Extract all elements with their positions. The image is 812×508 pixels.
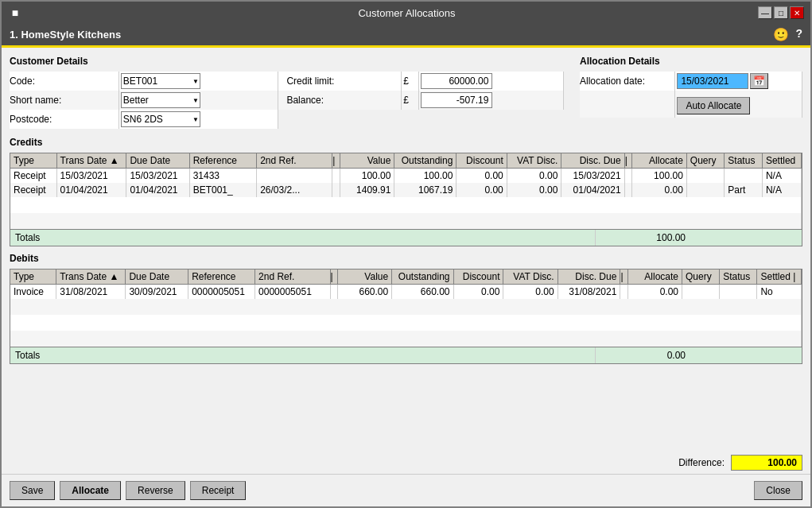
credits-r2-ref2: 26/03/2... <box>257 183 332 197</box>
smiley-icon[interactable]: 🙂 <box>773 27 789 42</box>
credits-empty-2-cell <box>10 213 802 229</box>
credits-r2-query <box>686 183 725 197</box>
minimize-button[interactable]: — <box>758 6 772 19</box>
credits-r2-value: 1409.91 <box>340 183 394 197</box>
credits-r1-settled: N/A <box>762 169 801 184</box>
debits-col-type: Type <box>10 270 56 285</box>
debits-col-trans[interactable]: Trans Date ▲ <box>56 270 126 285</box>
credits-col-2ndref: 2nd Ref. <box>257 153 332 169</box>
debits-r1-allocate: 0.00 <box>627 285 682 300</box>
top-section: Customer Details Code: BET001 Credit lim… <box>10 56 802 129</box>
code-select[interactable]: BET001 <box>121 73 200 89</box>
credits-r2-outstanding: 1067.19 <box>394 183 457 197</box>
credits-r2-discount: 0.00 <box>457 183 507 197</box>
difference-value: 100.00 <box>731 455 802 471</box>
receipt-button[interactable]: Receipt <box>190 481 247 500</box>
debits-empty-3-cell <box>10 331 802 347</box>
allocation-details-form: Allocation date: 📅 Auto Allocate <box>580 72 802 118</box>
auto-allocate-button[interactable]: Auto Allocate <box>677 97 750 114</box>
credits-r1-status <box>725 169 763 184</box>
calendar-button[interactable]: 📅 <box>750 73 768 89</box>
short-name-select-wrapper: Better <box>121 92 200 108</box>
title-bar: ■ Customer Allocations — □ ✕ <box>2 2 810 24</box>
reverse-button[interactable]: Reverse <box>126 481 185 500</box>
credits-col-vatdisc: VAT Disc. <box>507 153 561 169</box>
credits-totals-label: Totals <box>10 230 595 246</box>
debits-table-container: Type Trans Date ▲ Due Date Reference 2nd… <box>10 269 802 364</box>
alloc-date-label: Allocation date: <box>580 72 675 91</box>
help-icon[interactable]: ? <box>795 27 802 42</box>
maximize-button[interactable]: □ <box>774 6 788 19</box>
code-select-wrapper: BET001 <box>121 73 200 89</box>
allocation-details-title: Allocation Details <box>580 56 802 67</box>
credits-r2-status: Part <box>725 183 763 197</box>
debits-col-value: Value <box>337 270 391 285</box>
debits-header-row: Type Trans Date ▲ Due Date Reference 2nd… <box>10 270 802 285</box>
credits-row-2[interactable]: Receipt 01/04/2021 01/04/2021 BET001_ 26… <box>10 183 802 197</box>
credits-r1-discount: 0.00 <box>457 169 507 184</box>
alloc-date-input[interactable] <box>677 73 748 89</box>
postcode-select[interactable]: SN6 2DS <box>121 111 200 127</box>
customer-details-panel: Customer Details Code: BET001 Credit lim… <box>10 56 564 129</box>
window-close-button[interactable]: ✕ <box>790 6 804 19</box>
balance-input[interactable] <box>421 92 492 108</box>
debits-col-allocate: Allocate <box>627 270 682 285</box>
debits-col-query: Query <box>682 270 720 285</box>
customer-bar-title: 1. HomeStyle Kitchens <box>10 29 773 41</box>
debits-empty-2 <box>10 315 802 331</box>
save-button[interactable]: Save <box>10 481 55 500</box>
postcode-label: Postcode: <box>10 110 118 129</box>
credits-r2-pipe2 <box>624 183 632 197</box>
credits-totals-value: 100.00 <box>595 230 690 246</box>
credits-pipe1: | <box>332 153 340 169</box>
credits-col-ref: Reference <box>189 153 257 169</box>
credits-r1-allocate: 100.00 <box>632 169 687 184</box>
bottom-left-buttons: Save Allocate Reverse Receipt <box>10 481 246 500</box>
debits-r1-pipe1 <box>330 285 337 300</box>
credit-limit-label: Credit limit: <box>278 72 402 91</box>
debits-col-status: Status <box>720 270 757 285</box>
debits-col-due: Due Date <box>126 270 188 285</box>
debits-r1-due: 30/09/2021 <box>126 285 188 300</box>
credits-col-trans[interactable]: Trans Date ▲ <box>56 153 126 169</box>
credits-pipe2: | <box>624 153 632 169</box>
credits-r2-ref: BET001_ <box>189 183 257 197</box>
window-controls: — □ ✕ <box>758 6 804 19</box>
credits-r2-due: 01/04/2021 <box>126 183 189 197</box>
debits-section: Debits Type Trans Date ▲ Due Date Refere… <box>10 253 802 364</box>
credits-table: Type Trans Date ▲ Due Date Reference 2nd… <box>10 153 802 229</box>
debits-col-discdue: Disc. Due <box>558 270 620 285</box>
short-name-label: Short name: <box>10 91 118 110</box>
credits-col-type: Type <box>10 153 56 169</box>
close-button[interactable]: Close <box>754 481 802 500</box>
credits-col-due: Due Date <box>126 153 189 169</box>
credit-limit-input[interactable] <box>421 73 492 89</box>
customer-details-form: Code: BET001 Credit limit: £ <box>10 72 564 129</box>
postcode-select-wrapper: SN6 2DS <box>121 111 200 127</box>
debits-row-1[interactable]: Invoice 31/08/2021 30/09/2021 0000005051… <box>10 285 802 300</box>
debits-r1-vatdisc: 0.00 <box>503 285 558 300</box>
credits-empty-1-cell <box>10 197 802 213</box>
credits-r1-ref2 <box>257 169 332 184</box>
debits-r1-settled: No <box>757 285 802 300</box>
debits-r1-query <box>682 285 720 300</box>
credits-r2-allocate: 0.00 <box>632 183 687 197</box>
credits-table-container: Type Trans Date ▲ Due Date Reference 2nd… <box>10 153 802 246</box>
debits-r1-type: Invoice <box>10 285 56 300</box>
credits-row-1[interactable]: Receipt 15/03/2021 15/03/2021 31433 100.… <box>10 169 802 184</box>
short-name-select[interactable]: Better <box>121 92 200 108</box>
credits-col-value: Value <box>340 153 394 169</box>
credits-col-discdue: Disc. Due <box>561 153 624 169</box>
debits-r1-ref2: 0000005051 <box>255 285 330 300</box>
allocate-button[interactable]: Allocate <box>60 481 121 500</box>
difference-label: Difference: <box>678 457 725 468</box>
bottom-bar: Save Allocate Reverse Receipt Close <box>2 474 810 506</box>
customer-bar: 1. HomeStyle Kitchens 🙂 ? <box>2 24 810 48</box>
credit-currency: £ <box>402 72 419 91</box>
credits-col-query: Query <box>686 153 725 169</box>
credits-col-status: Status <box>725 153 763 169</box>
credits-r2-type: Receipt <box>10 183 56 197</box>
debits-r1-discount: 0.00 <box>453 285 503 300</box>
credits-r2-settled: N/A <box>762 183 801 197</box>
credits-r2-discdue: 01/04/2021 <box>561 183 624 197</box>
